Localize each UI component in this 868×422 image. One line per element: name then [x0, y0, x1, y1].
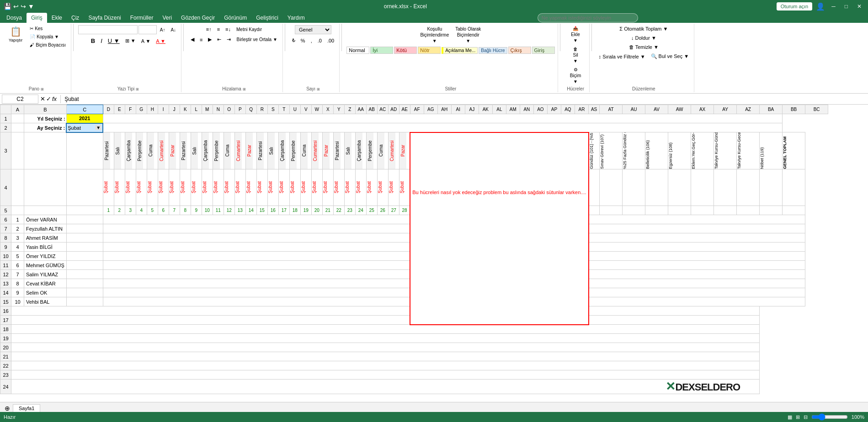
cell-P4[interactable]: Şubat — [234, 169, 245, 206]
italic-button[interactable]: I — [98, 36, 105, 46]
cell-K5[interactable]: 8 — [180, 206, 191, 215]
tab-ciz[interactable]: Çiz — [67, 13, 84, 23]
col-header-AR[interactable]: AR — [575, 105, 588, 114]
cell-U4[interactable]: Şubat — [289, 169, 300, 206]
cell-D3[interactable]: Pazartesi — [103, 132, 114, 169]
cell-S5[interactable]: 16 — [267, 206, 278, 215]
cell-AU5[interactable] — [600, 206, 623, 215]
col-header-AC[interactable]: AC — [377, 105, 388, 114]
more-icon[interactable]: ▼ — [28, 3, 34, 10]
col-header-P[interactable]: P — [234, 105, 245, 114]
zoom-slider[interactable] — [811, 413, 848, 421]
cell-A13[interactable]: 8 — [11, 279, 24, 288]
tab-ekle[interactable]: Ekle — [47, 13, 67, 23]
cell-B6[interactable]: Ömer VARAN — [24, 215, 67, 224]
cell-R3[interactable]: Pazartesi — [256, 132, 267, 169]
cell-A12[interactable]: 7 — [11, 270, 24, 279]
cell-AY5[interactable] — [691, 206, 714, 215]
cell-I3[interactable]: Cumartesi — [158, 132, 169, 169]
cell-AD4[interactable]: Şubat — [388, 169, 399, 206]
cell-AB5[interactable]: 25 — [366, 206, 377, 215]
cell-B4[interactable] — [24, 169, 67, 206]
col-header-M[interactable]: M — [202, 105, 213, 114]
col-header-X[interactable]: X — [322, 105, 333, 114]
cell-C5[interactable] — [66, 206, 103, 215]
cell-C14[interactable] — [66, 288, 103, 297]
cell-M4[interactable]: Şubat — [202, 169, 213, 206]
cell-Z4[interactable]: Şubat — [344, 169, 355, 206]
cell-AX4[interactable] — [668, 169, 691, 206]
kes-button[interactable]: ✂ Kes — [27, 25, 68, 32]
cell-A4[interactable] — [11, 169, 24, 206]
cell-L4[interactable]: Şubat — [191, 169, 202, 206]
cell-G3[interactable]: Perşembe — [136, 132, 147, 169]
cell-BB5[interactable] — [760, 206, 783, 215]
cell-C12[interactable] — [66, 270, 103, 279]
cell-V3[interactable]: Cuma — [300, 132, 311, 169]
cell-C4[interactable] — [66, 169, 103, 206]
cell-Y5[interactable]: 22 — [333, 206, 344, 215]
cell-C8[interactable] — [66, 233, 103, 243]
cell-AB3[interactable]: Perşembe — [366, 132, 377, 169]
cell-AV3[interactable]: %25 Fazla Gündüz (103) — [623, 132, 645, 169]
cell-O3[interactable]: Cuma — [224, 132, 234, 169]
thousands-button[interactable]: , — [309, 37, 314, 45]
cell-C2-dropdown[interactable]: ▼ — [95, 125, 101, 130]
style-giris[interactable]: Giriş — [532, 47, 555, 54]
cell-M3[interactable]: Çarşamba — [202, 132, 213, 169]
cell-A8[interactable]: 3 — [11, 233, 24, 243]
cell-AC4[interactable]: Şubat — [377, 169, 388, 206]
col-header-D[interactable]: D — [103, 105, 114, 114]
cell-I4[interactable]: Şubat — [158, 169, 169, 206]
cell-G4[interactable]: Şubat — [136, 169, 147, 206]
cell-AV5[interactable] — [623, 206, 645, 215]
col-header-R[interactable]: R — [256, 105, 267, 114]
cell-BC3[interactable]: GENEL TOPLAM — [783, 132, 805, 169]
cell-X4[interactable]: Şubat — [322, 169, 333, 206]
col-header-AK[interactable]: AK — [479, 105, 492, 114]
cell-W5[interactable]: 20 — [311, 206, 322, 215]
cell-C6[interactable] — [66, 215, 103, 224]
cell-AX3[interactable]: Egzersiz (108) — [668, 132, 691, 169]
cell-F4[interactable]: Şubat — [125, 169, 136, 206]
col-header-AI[interactable]: AI — [451, 105, 465, 114]
col-header-L[interactable]: L — [191, 105, 202, 114]
cell-C9[interactable] — [66, 243, 103, 252]
tab-gozden-gecir[interactable]: Gözden Geçir — [176, 13, 219, 23]
align-left[interactable]: ◀ — [188, 35, 197, 44]
toplam-button[interactable]: Σ Otomatik Toplam ▼ — [617, 25, 670, 33]
cell-T4[interactable]: Şubat — [278, 169, 289, 206]
col-header-AJ[interactable]: AJ — [465, 105, 479, 114]
cell-L3[interactable]: Salı — [191, 132, 202, 169]
fx-button[interactable]: fx — [52, 95, 57, 102]
merge-center[interactable]: Birleştir ve Ortala ▼ — [234, 36, 279, 43]
bicim-button[interactable]: ⚙Biçim▼ — [568, 66, 583, 85]
confirm-formula[interactable]: ✓ — [46, 95, 51, 102]
font-size-increase[interactable]: A↑ — [158, 26, 168, 34]
col-header-AN[interactable]: AN — [520, 105, 533, 114]
col-header-AP[interactable]: AP — [547, 105, 561, 114]
col-header-AS[interactable]: AS — [589, 105, 600, 114]
cell-C11[interactable] — [66, 261, 103, 270]
cancel-formula[interactable]: ✕ — [40, 95, 45, 102]
cell-W4[interactable]: Şubat — [311, 169, 322, 206]
cell-V4[interactable]: Şubat — [300, 169, 311, 206]
cell-AT3[interactable]: Gündüz (101) - (%5 Artırımlı) — [589, 132, 600, 169]
cell-AT4[interactable] — [589, 169, 600, 206]
col-header-AD[interactable]: AD — [388, 105, 399, 114]
col-header-AH[interactable]: AH — [437, 105, 451, 114]
cell-A15[interactable]: 10 — [11, 297, 24, 306]
cell-E5[interactable]: 2 — [114, 206, 125, 215]
cell-L5[interactable]: 9 — [191, 206, 202, 215]
font-name-input[interactable]: Times New Roma — [78, 25, 138, 34]
cell-AD5[interactable]: 27 — [388, 206, 399, 215]
cell-J4[interactable]: Şubat — [169, 169, 180, 206]
cell-A2[interactable] — [11, 123, 24, 132]
col-header-E[interactable]: E — [114, 105, 125, 114]
number-format-select[interactable]: Genel — [295, 25, 331, 34]
cell-M5[interactable]: 10 — [202, 206, 213, 215]
underline-button[interactable]: U ▼ — [106, 36, 122, 46]
cell-B10[interactable]: Ömer YILDIZ — [24, 252, 67, 261]
cell-BC4[interactable] — [783, 169, 805, 206]
cell-C10[interactable] — [66, 252, 103, 261]
